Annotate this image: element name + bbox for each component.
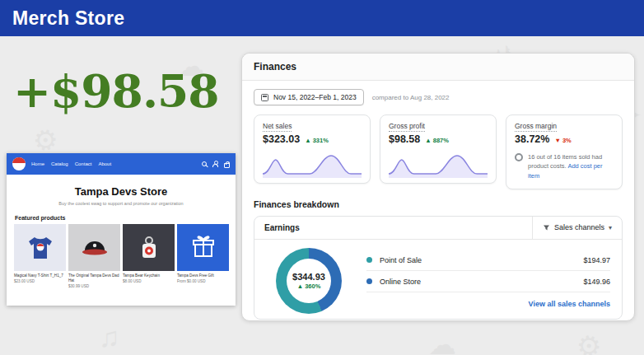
- product-name: The Original Tampa Devs Dad Hat: [68, 273, 120, 283]
- date-range-button[interactable]: Nov 15, 2022–Feb 1, 2023: [254, 89, 364, 105]
- gross-profit-sparkline-chart: [389, 150, 488, 178]
- store-screenshot: Home Catalog Contact About Tampa Devs St…: [7, 153, 236, 306]
- tshirt-icon: [24, 231, 57, 264]
- profit-highlight: +$98.58: [13, 64, 219, 118]
- date-range-label: Nov 15, 2022–Feb 1, 2023: [273, 93, 357, 101]
- net-sales-value: $323.03: [263, 133, 300, 145]
- cart-icon[interactable]: [224, 163, 230, 168]
- featured-products-label: Featured products: [15, 215, 236, 221]
- earnings-card: Earnings Sales channels ▾ $344.93 ▲ 360%: [254, 216, 623, 320]
- slide: ⚙ ☁ ⚙ ♫ ☁ ✦ ✈ Merch Store +$98.58 Home C…: [0, 0, 644, 355]
- featured-products-row: Magical Navy T-Shirt T_H1_7 $23.00 USD T…: [7, 224, 236, 288]
- store-header-actions: [202, 161, 230, 168]
- donut-center: $344.93 ▲ 360%: [276, 248, 342, 314]
- store-logo[interactable]: [12, 157, 26, 170]
- filter-icon: [543, 224, 550, 231]
- gift-icon: [187, 231, 220, 264]
- product-card-tshirt[interactable]: Magical Navy T-Shirt T_H1_7 $23.00 USD: [14, 224, 66, 288]
- search-icon[interactable]: [202, 161, 207, 166]
- gross-margin-label: Gross margin: [515, 122, 557, 132]
- slide-header: Merch Store: [0, 0, 644, 36]
- product-price: $30.99 USD: [68, 284, 120, 288]
- store-navbar: Home Catalog Contact About: [7, 153, 236, 175]
- gross-profit-card: Gross profit $98.58 ▲ 887%: [380, 114, 497, 184]
- sales-channels-dropdown[interactable]: Sales channels ▾: [532, 217, 622, 239]
- store-nav-contact[interactable]: Contact: [75, 161, 92, 166]
- date-filter-row: Nov 15, 2022–Feb 1, 2023 compared to Aug…: [242, 81, 634, 113]
- compare-text: compared to Aug 28, 2022: [372, 94, 450, 101]
- net-sales-sparkline-chart: [263, 150, 362, 178]
- calendar-icon: [261, 94, 268, 101]
- gift-product-image: [177, 224, 229, 271]
- product-card-gift[interactable]: Tampa Devs Free Gift From $0.00 USD: [177, 224, 229, 288]
- online-store-dot-icon: [366, 278, 372, 284]
- store-subtitle: Buy the coolest swag to support and prom…: [7, 201, 236, 206]
- net-sales-label: Net sales: [263, 122, 292, 132]
- product-name: Magical Navy T-Shirt T_H1_7: [14, 273, 66, 278]
- finances-breakdown-title: Finances breakdown: [242, 189, 634, 216]
- earnings-header: Earnings Sales channels ▾: [254, 217, 622, 240]
- online-store-value: $149.96: [583, 278, 610, 286]
- gross-profit-change: ▲ 887%: [425, 137, 449, 144]
- sales-channels-label: Sales channels: [554, 223, 604, 231]
- point-of-sale-label: Point of Sale: [380, 256, 422, 264]
- info-icon: [515, 153, 523, 161]
- online-store-label: Online Store: [380, 278, 421, 286]
- keychain-product-image: [123, 224, 175, 271]
- store-nav-links: Home Catalog Contact About: [31, 161, 196, 166]
- account-icon[interactable]: [212, 161, 218, 167]
- gear-doodle-icon: ⚙: [574, 328, 604, 355]
- metrics-row: Net sales $323.03 ▲ 331% Gross profit $9…: [242, 113, 634, 189]
- product-card-hat[interactable]: The Original Tampa Devs Dad Hat $30.99 U…: [68, 224, 120, 288]
- hat-product-image: [68, 224, 120, 271]
- store-nav-about[interactable]: About: [98, 161, 111, 166]
- music-doodle-icon: ♫: [99, 321, 120, 353]
- product-name: Tampa Devs Free Gift: [177, 273, 229, 278]
- keychain-icon: [133, 231, 166, 264]
- earnings-total: $344.93: [292, 272, 325, 282]
- net-sales-card: Net sales $323.03 ▲ 331%: [254, 114, 371, 184]
- gross-margin-card: Gross margin 38.72% ▼ 3% 16 out of 16 it…: [506, 114, 623, 189]
- legend-row-point-of-sale: Point of Sale $194.97: [366, 250, 610, 271]
- finances-panel: Finances Nov 15, 2022–Feb 1, 2023 compar…: [241, 53, 635, 321]
- legend-row-online-store: Online Store $149.96: [366, 271, 610, 292]
- gross-profit-value: $98.58: [389, 133, 420, 145]
- earnings-total-change: ▲ 360%: [297, 283, 321, 290]
- cloud-doodle-icon: ☁: [428, 328, 456, 355]
- earnings-title: Earnings: [254, 217, 532, 239]
- product-costs-note: 16 out of 16 items sold had product cost…: [515, 152, 614, 184]
- cap-icon: [78, 231, 111, 264]
- tshirt-product-image: [14, 224, 66, 271]
- product-price: $23.00 USD: [14, 279, 66, 283]
- store-nav-catalog[interactable]: Catalog: [51, 161, 68, 166]
- earnings-body: $344.93 ▲ 360% Point of Sale $194.97 Onl…: [254, 240, 622, 319]
- product-name: Tampa Bear Keychain: [123, 273, 175, 278]
- point-of-sale-value: $194.97: [583, 256, 610, 264]
- store-title: Tampa Devs Store: [7, 185, 236, 198]
- gross-profit-label: Gross profit: [389, 122, 425, 132]
- earnings-donut-chart: $344.93 ▲ 360%: [276, 248, 342, 314]
- chevron-down-icon: ▾: [609, 224, 612, 231]
- view-all-sales-channels-link[interactable]: View all sales channels: [366, 292, 610, 313]
- product-card-keychain[interactable]: Tampa Bear Keychain $8.00 USD: [123, 224, 175, 288]
- point-of-sale-dot-icon: [366, 257, 372, 263]
- finances-title: Finances: [242, 54, 634, 81]
- product-price: $8.00 USD: [123, 279, 175, 283]
- gross-margin-change: ▼ 3%: [554, 137, 571, 144]
- net-sales-change: ▲ 331%: [305, 137, 329, 144]
- store-nav-home[interactable]: Home: [31, 161, 44, 166]
- gross-margin-value: 38.72%: [515, 133, 549, 145]
- slide-title: Merch Store: [12, 7, 124, 30]
- product-price: From $0.00 USD: [177, 279, 229, 283]
- earnings-legend: Point of Sale $194.97 Online Store $149.…: [366, 248, 610, 313]
